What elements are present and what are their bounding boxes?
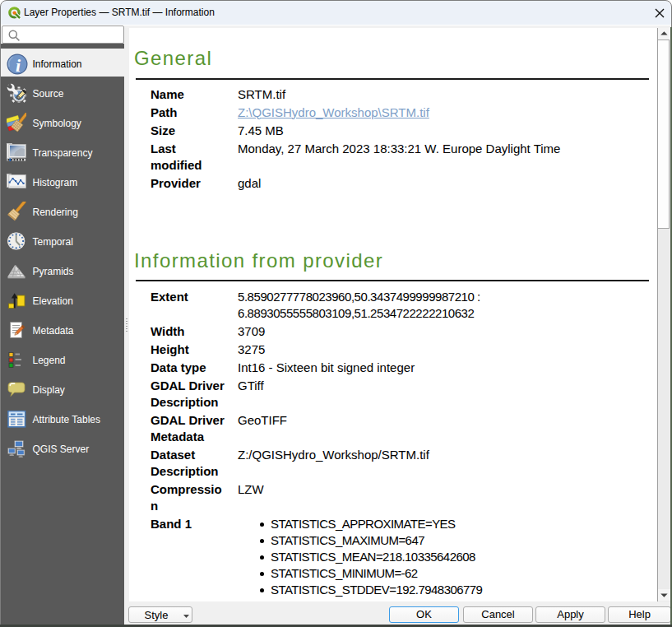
svg-text:i: i bbox=[16, 54, 21, 75]
